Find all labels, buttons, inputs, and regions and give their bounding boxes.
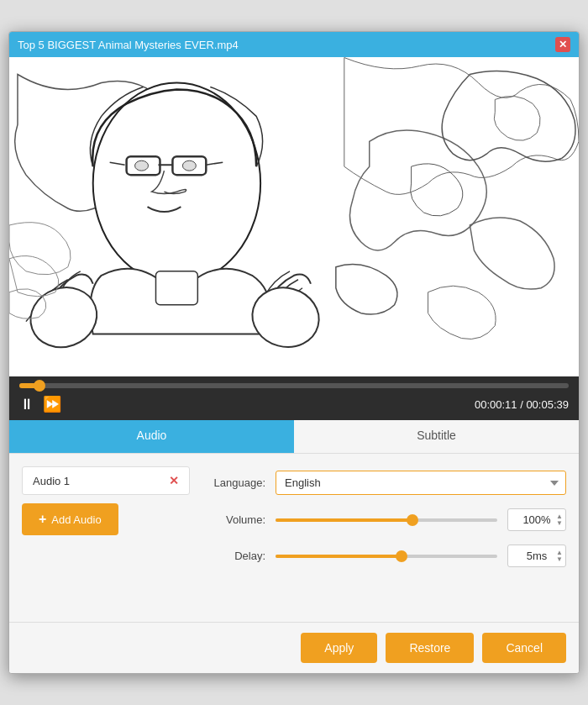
window-title: Top 5 BIGGEST Animal Mysteries EVER.mp4 [18,39,239,51]
delay-slider-thumb[interactable] [396,550,407,562]
volume-input-wrapper: ▲ ▼ [507,508,566,531]
footer-buttons: Apply Restore Cancel [9,622,579,673]
main-window: Top 5 BIGGEST Animal Mysteries EVER.mp4 … [8,31,580,674]
volume-slider-thumb[interactable] [407,514,418,526]
apply-button[interactable]: Apply [301,633,377,663]
restore-button[interactable]: Restore [386,633,474,663]
language-row: Language: English French German Spanish … [207,471,566,495]
close-button[interactable]: ✕ [555,37,570,52]
playback-buttons: ⏸ ⏩ [19,395,61,413]
tab-subtitle-label: Subtitle [417,429,456,442]
add-audio-label: Add Audio [51,513,101,526]
tabs-bar: Audio Subtitle [9,420,579,454]
volume-slider-fill [276,518,408,522]
delay-slider-container[interactable] [276,548,497,565]
volume-spinners: ▲ ▼ [556,508,563,531]
tab-audio-label: Audio [137,429,167,442]
progress-bar[interactable] [19,383,569,388]
delay-slider-fill [276,555,397,558]
language-select[interactable]: English French German Spanish Chinese Ja… [276,471,566,495]
volume-label: Volume: [207,513,265,526]
settings-panel: Language: English French German Spanish … [207,466,566,609]
delay-down-spinner[interactable]: ▼ [556,556,563,563]
audio-item-1-remove[interactable]: ✕ [169,474,179,487]
progress-thumb[interactable] [34,380,45,392]
volume-slider-track[interactable] [276,518,497,522]
volume-row: Volume: ▲ ▼ [207,508,566,531]
pause-button[interactable]: ⏸ [19,396,34,413]
delay-label: Delay: [207,550,265,562]
audio-item-1: Audio 1 ✕ [22,466,190,495]
playback-row: ⏸ ⏩ 00:00:11 / 00:05:39 [19,395,569,413]
video-sketch-svg [9,57,579,376]
volume-down-spinner[interactable]: ▼ [556,520,563,527]
svg-point-7 [135,160,149,171]
svg-rect-9 [155,271,197,305]
cancel-button[interactable]: Cancel [482,633,566,663]
volume-slider-container[interactable] [276,512,497,529]
delay-row: Delay: ▲ ▼ [207,545,566,567]
tab-subtitle[interactable]: Subtitle [294,420,579,453]
add-audio-button[interactable]: + Add Audio [22,503,118,535]
time-display: 00:00:11 / 00:05:39 [475,398,569,411]
delay-spinners: ▲ ▼ [556,545,563,567]
audio-item-1-label: Audio 1 [33,475,70,487]
delay-slider-track[interactable] [276,555,497,558]
player-controls: ⏸ ⏩ 00:00:11 / 00:05:39 [9,376,579,420]
current-time: 00:00:11 [475,398,517,411]
video-area [9,57,579,376]
audio-list-panel: Audio 1 ✕ + Add Audio [22,466,190,609]
delay-input-wrapper: ▲ ▼ [507,545,566,567]
tab-audio[interactable]: Audio [9,420,294,453]
video-frame [9,57,579,376]
add-icon: + [39,512,46,527]
total-time: 00:05:39 [526,398,569,411]
title-bar: Top 5 BIGGEST Animal Mysteries EVER.mp4 … [9,32,579,57]
svg-point-8 [182,160,196,171]
content-area: Audio 1 ✕ + Add Audio Language: English … [9,454,579,622]
fast-forward-button[interactable]: ⏩ [43,395,61,413]
language-label: Language: [207,476,265,489]
